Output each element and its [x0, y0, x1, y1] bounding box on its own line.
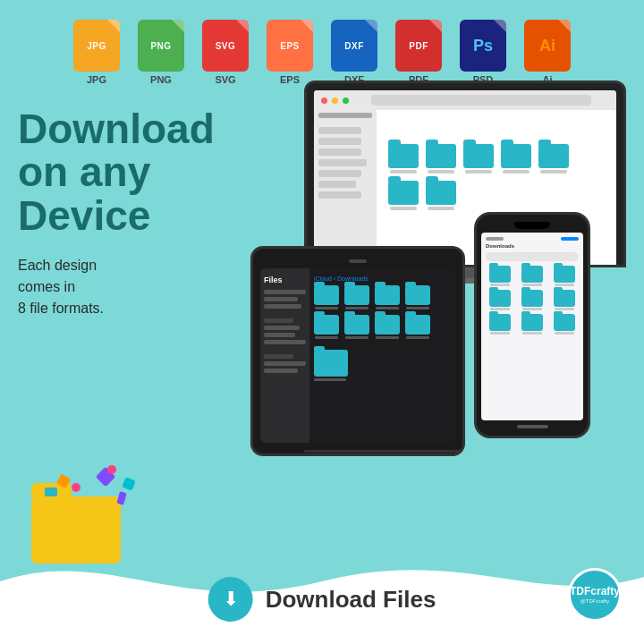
headline-line1: Download	[18, 106, 215, 152]
svg-format: SVG SVG	[198, 20, 253, 85]
jpg-type-label: JPG	[87, 42, 106, 51]
phone-body: Downloads	[474, 212, 590, 438]
pdf-type-label: PDF	[409, 42, 428, 51]
mac-folder-2	[426, 144, 456, 174]
pink-dot	[72, 483, 80, 492]
tablet-screen: Files	[260, 268, 455, 443]
phone-folder-9	[550, 314, 579, 335]
eps-type-label: EPS	[280, 42, 300, 51]
pdf-icon: PDF	[395, 20, 442, 72]
mac-sidebar	[314, 90, 377, 265]
psd-format: Ps PSD	[455, 20, 511, 85]
tablet-folder-7	[375, 315, 400, 339]
mac-maximize-dot	[343, 97, 349, 104]
tablet-sidebar: Files	[260, 268, 309, 443]
mac-folder-6	[388, 181, 419, 210]
pink-gem	[107, 465, 116, 474]
tablet-folder-2	[344, 285, 369, 309]
brand-name: TDFcrafty	[570, 586, 620, 597]
ai-label: Ai	[539, 37, 555, 55]
headline-line3: Device	[18, 192, 150, 239]
brand-handle: @TDFcrafty	[580, 598, 609, 604]
png-type-label: PNG	[150, 42, 171, 51]
phone-folder-7	[486, 314, 514, 335]
jpg-ext-label: JPG	[87, 74, 106, 85]
eps-icon: EPS	[267, 20, 313, 72]
phone-search-bar[interactable]	[486, 252, 579, 261]
pdf-format: PDF PDF	[391, 20, 446, 85]
download-circle-icon[interactable]: ⬇	[208, 577, 253, 622]
tablet-main-area: iCloud › Downloads	[309, 268, 455, 443]
left-text-block: Download on any Device Each designcomes …	[18, 98, 233, 319]
mac-folder-4	[501, 144, 531, 174]
tablet-folders	[314, 285, 451, 381]
jpg-icon: JPG	[73, 20, 120, 72]
svg-type-label: SVG	[216, 42, 236, 51]
download-row[interactable]: ⬇ Download Files	[208, 577, 436, 622]
jpg-format: JPG JPG	[69, 20, 124, 85]
phone-folder-8	[518, 314, 547, 335]
png-ext-label: PNG	[150, 74, 172, 85]
mac-folder-3	[463, 144, 494, 174]
tablet-sidebar-title: Files	[264, 275, 306, 284]
tablet-folder-3	[375, 285, 400, 309]
headline-line2: on any	[18, 148, 150, 195]
psd-icon: Ps	[460, 20, 506, 72]
ai-icon: Ai	[524, 20, 571, 72]
dxf-type-label: DXF	[344, 42, 364, 51]
ai-format: Ai Ai	[520, 20, 575, 85]
mac-folders-row	[384, 140, 609, 215]
dxf-format: DXF DXF	[326, 20, 382, 85]
download-text[interactable]: Download Files	[266, 586, 436, 614]
tablet-path: iCloud › Downloads	[314, 275, 451, 282]
eps-format: EPS EPS	[262, 20, 318, 85]
mac-folder-5	[538, 144, 569, 174]
tablet-single-folder	[314, 350, 348, 381]
phone-mockup: Downloads	[474, 212, 590, 438]
phone-status-bar	[486, 237, 579, 241]
phone-screen: Downloads	[481, 233, 583, 420]
bottom-section: ⬇ Download Files	[0, 528, 644, 644]
mac-close-dot	[321, 97, 327, 104]
tablet-folder-4	[405, 285, 430, 309]
svg-ext-label: SVG	[215, 74, 235, 85]
mac-folder-7	[426, 181, 456, 210]
phone-folder-1	[486, 266, 514, 286]
mac-address-bar	[371, 95, 591, 106]
ps-label: Ps	[473, 37, 493, 55]
download-arrow-icon: ⬇	[223, 589, 239, 609]
subtext: Each designcomes in8 file formats.	[18, 255, 233, 319]
tablet-folder-1	[314, 285, 339, 309]
phone-header: Downloads	[486, 243, 579, 249]
phone-folder-4	[486, 290, 514, 310]
svg-icon: SVG	[202, 20, 249, 72]
cyan-item	[45, 487, 57, 496]
phone-folders-grid	[486, 266, 579, 335]
tablet-folder-6	[344, 315, 369, 339]
phone-folder-2	[518, 266, 547, 286]
tablet-folder-5	[314, 315, 339, 339]
headline: Download on any Device	[18, 107, 233, 237]
purple-bar	[116, 491, 126, 505]
main-content-area: Download on any Device Each designcomes …	[0, 98, 644, 319]
mac-folder-1	[388, 144, 419, 174]
png-icon: PNG	[138, 20, 184, 72]
tablet-mockup: Files	[250, 246, 465, 456]
phone-folder-5	[518, 290, 547, 310]
mac-minimize-dot	[332, 97, 338, 104]
png-format: PNG PNG	[133, 20, 189, 85]
dxf-icon: DXF	[331, 20, 377, 72]
brand-logo: TDFcrafty @TDFcrafty	[568, 568, 622, 622]
teal-gem	[122, 477, 135, 490]
devices-area: Files	[242, 80, 644, 456]
phone-folder-3	[550, 266, 579, 286]
main-container: JPG JPG PNG PNG SVG SVG EPS EPS DXF	[0, 0, 644, 644]
phone-folder-6	[550, 290, 579, 310]
phone-notch	[514, 222, 550, 229]
tablet-folder-8	[405, 315, 430, 339]
tablet-body: Files	[250, 246, 465, 456]
